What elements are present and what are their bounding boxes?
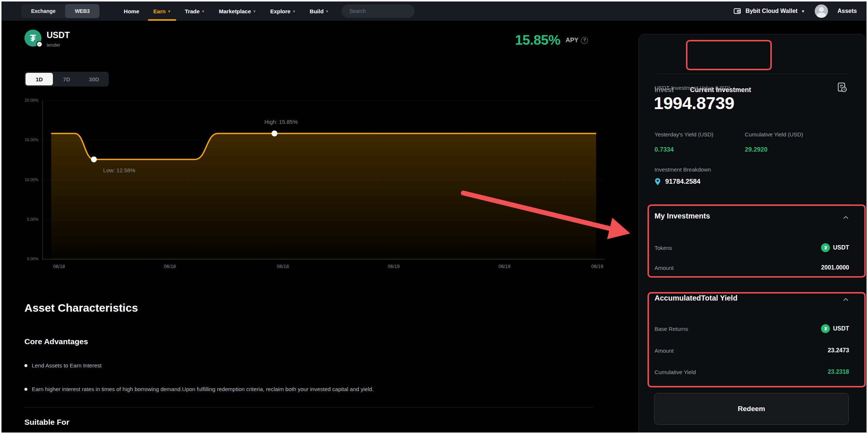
token-symbol: USDT (833, 325, 849, 332)
total-yield-title: AccumulatedTotal Yield (655, 294, 737, 302)
wallet-menu[interactable]: Bybit Cloud Wallet ▼ (733, 7, 805, 16)
cumulative-yield-row-value: 23.2318 (828, 369, 849, 375)
apy-block: 15.85% APY? (515, 33, 588, 48)
cumulative-yield-label: Cumulative Yield (USD) (745, 131, 803, 138)
amount-label: Amount (655, 265, 674, 271)
x-axis-tick: 06/18 (157, 264, 183, 269)
toggle-exchange[interactable]: Exchange (21, 4, 65, 18)
tether-icon: ₮ (821, 324, 830, 333)
investment-breakdown-label: Investment Breakdown (655, 166, 711, 173)
chevron-down-icon: ▼ (253, 10, 256, 13)
x-axis-tick: 06/18 (46, 264, 72, 269)
investment-breakdown-row: 91784.2584 (655, 178, 700, 186)
amount-value: 2001.0000 (821, 264, 849, 271)
verified-badge-icon: ✓ (36, 41, 43, 47)
apy-area-fill (51, 133, 596, 259)
redeem-button[interactable]: Redeem (654, 393, 849, 425)
nav-item-home[interactable]: Home (124, 1, 139, 21)
suitable-for-title: Suitable For (24, 418, 69, 427)
core-advantages-title: Core Advantages (24, 337, 88, 346)
top-navbar: Exchange WEB3 Home Earn▼ Trade▼ Marketpl… (1, 1, 867, 21)
asset-network: tender (47, 42, 70, 48)
wallet-label: Bybit Cloud Wallet (746, 8, 798, 14)
x-axis-tick: 06/18 (270, 264, 296, 269)
base-returns-label: Base Returns (655, 326, 688, 332)
toggle-web3[interactable]: WEB3 (65, 4, 99, 18)
period-tab-30d[interactable]: 30D (80, 73, 108, 85)
apy-value: 15.85% (515, 33, 561, 48)
bullet-dot (24, 388, 27, 391)
low-label: Low: 12.58% (103, 167, 135, 173)
nav-item-earn[interactable]: Earn▼ (153, 1, 171, 21)
section-divider (24, 407, 593, 408)
nav-item-marketplace[interactable]: Marketplace▼ (219, 1, 256, 21)
advantage-bullet: Earn higher interest rates in times of h… (24, 386, 374, 392)
y-axis-tick: 15.00% (6, 138, 38, 142)
chevron-down-icon: ▼ (168, 10, 171, 13)
nav-item-explore[interactable]: Explore▼ (270, 1, 296, 21)
yesterday-yield-value: 0.7334 (655, 146, 674, 153)
tether-icon: ₮ (821, 243, 830, 252)
collapse-chevron-icon[interactable] (843, 296, 848, 303)
token-symbol: USDT (833, 244, 849, 251)
low-point-marker (91, 156, 97, 162)
collapse-chevron-icon[interactable] (843, 214, 848, 221)
y-axis-tick: 10.00% (6, 177, 38, 182)
period-tab-7d[interactable]: 7D (53, 73, 80, 85)
chevron-down-icon: ▼ (326, 10, 329, 13)
exchange-web3-toggle: Exchange WEB3 (21, 4, 100, 18)
nav-item-label: Explore (270, 8, 290, 14)
panel-divider (655, 204, 850, 204)
amount-row: Amount 2001.0000 (655, 264, 849, 271)
avatar[interactable] (815, 4, 828, 18)
apy-chart: High: 15.85%Low: 12.58% 20.00%15.00%10.0… (42, 96, 605, 260)
y-axis-tick: 0.00% (6, 257, 38, 261)
nav-item-trade[interactable]: Trade▼ (185, 1, 205, 21)
y-axis-tick: 20.00% (6, 98, 38, 102)
my-investments-title: My Investments (655, 212, 710, 220)
yesterday-yield-label: Yesterday's Yield (USD) (655, 131, 713, 138)
apy-label: APY? (566, 37, 588, 44)
chevron-down-icon: ▼ (202, 10, 205, 13)
x-axis-tick: 06/19 (381, 264, 407, 269)
high-label: High: 15.85% (265, 119, 298, 125)
search-input[interactable] (350, 8, 417, 14)
asset-symbol: USDT (47, 30, 70, 40)
cumulative-yield-row-label: Cumulative Yield (655, 369, 696, 375)
apy-text: APY (566, 37, 579, 44)
yield-amount-label: Amount (655, 347, 674, 354)
period-tab-1d[interactable]: 1D (26, 73, 53, 85)
x-axis-tick: 06/19 (491, 264, 517, 269)
base-returns-value: ₮ USDT (821, 324, 849, 333)
wallet-icon (733, 7, 742, 16)
investment-panel: Invest Current Investment USDT Investmen… (639, 34, 866, 433)
advantage-bullet: Lend Assets to Earn Interest (24, 362, 101, 369)
yield-amount-value: 23.2473 (828, 347, 849, 354)
usdt-token-icon: ₮ ✓ (24, 30, 41, 47)
active-tab-underline (148, 19, 176, 21)
my-investments-header: My Investments (655, 212, 849, 220)
tokens-value: ₮ USDT (821, 243, 849, 252)
apy-chart-svg: High: 15.85%Low: 12.58% (42, 96, 605, 260)
chevron-down-icon: ▼ (801, 9, 805, 13)
panel-divider (655, 74, 850, 74)
chevron-down-icon: ▼ (292, 10, 296, 13)
nav-item-label: Home (124, 8, 139, 14)
base-returns-row: Base Returns ₮ USDT (655, 324, 849, 333)
history-icon[interactable] (837, 82, 848, 94)
assets-link[interactable]: Assets (838, 8, 857, 14)
asset-titles: USDT tender (47, 30, 70, 48)
investment-value-label: USDT Investment Value (USD) (655, 85, 730, 91)
bullet-text: Earn higher interest rates in times of h… (32, 386, 374, 392)
high-point-marker (272, 130, 277, 136)
bullet-text: Lend Assets to Earn Interest (32, 362, 101, 369)
tokens-row: Tokens ₮ USDT (655, 243, 849, 252)
total-yield-header: AccumulatedTotal Yield (655, 294, 849, 302)
question-circle-icon[interactable]: ? (581, 37, 588, 44)
asset-header: ₮ ✓ USDT tender (24, 30, 70, 48)
cumulative-yield-row: Cumulative Yield 23.2318 (655, 369, 849, 375)
breakdown-pin-icon (655, 178, 661, 186)
nav-item-build[interactable]: Build▼ (310, 1, 329, 21)
nav-right: Bybit Cloud Wallet ▼ Assets (733, 4, 857, 18)
search-box[interactable] (342, 4, 415, 18)
